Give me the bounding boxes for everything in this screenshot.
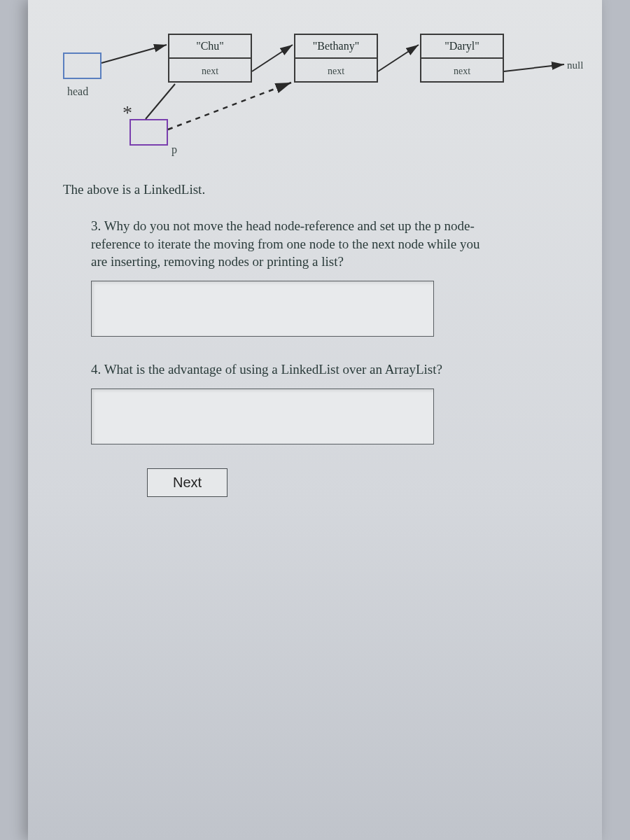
diagram-arrows bbox=[63, 21, 574, 182]
next-button[interactable]: Next bbox=[147, 468, 227, 497]
svg-line-2 bbox=[378, 45, 419, 71]
answer-4-input[interactable] bbox=[91, 388, 434, 444]
answer-3-input[interactable] bbox=[91, 281, 434, 337]
svg-line-1 bbox=[252, 45, 293, 71]
question-4: 4. What is the advantage of using a Link… bbox=[91, 360, 483, 379]
worksheet-page: head * p "Chu" next "Bethany" next "Dary… bbox=[28, 0, 602, 840]
question-3: 3. Why do you not move the head node-ref… bbox=[91, 217, 483, 271]
intro-text: The above is a LinkedList. bbox=[63, 182, 574, 197]
svg-line-0 bbox=[102, 45, 167, 63]
svg-line-5 bbox=[146, 84, 175, 119]
svg-line-3 bbox=[504, 64, 564, 71]
svg-line-4 bbox=[168, 83, 291, 130]
linked-list-diagram: head * p "Chu" next "Bethany" next "Dary… bbox=[63, 21, 574, 182]
